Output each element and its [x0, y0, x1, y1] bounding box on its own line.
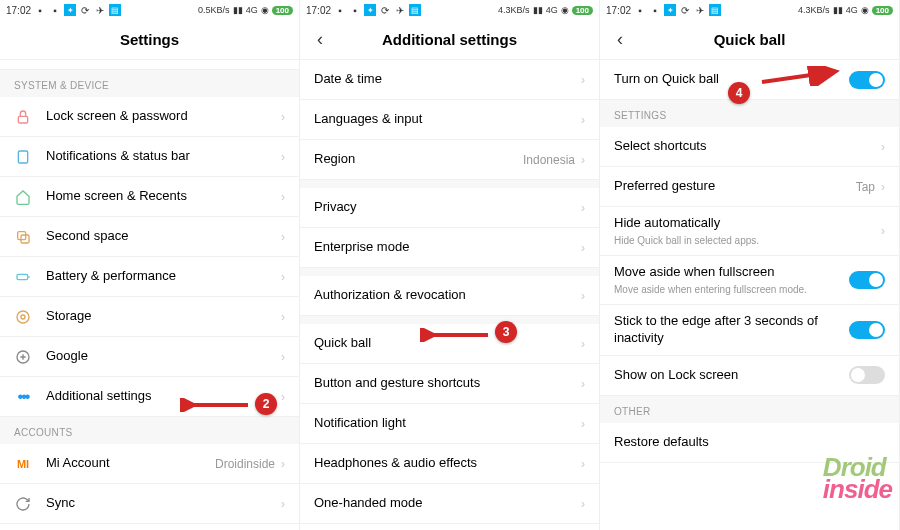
mi-icon: MI — [14, 455, 32, 473]
row-languages[interactable]: Languages & input › — [300, 100, 599, 140]
section-system-device: SYSTEM & DEVICE — [0, 70, 299, 97]
row-label: Select shortcuts — [614, 138, 881, 155]
row-one-handed[interactable]: One-handed mode › — [300, 484, 599, 524]
row-label: Lock screen & password — [46, 108, 281, 125]
additional-settings-list: Date & time › Languages & input › Region… — [300, 60, 599, 530]
row-google[interactable]: Google › — [0, 337, 299, 377]
row-select-shortcuts[interactable]: Select shortcuts › — [600, 127, 899, 167]
toggle-lockscreen[interactable] — [849, 366, 885, 384]
divider — [300, 180, 599, 188]
duplicate-icon — [14, 228, 32, 246]
status-app-icon: ✦ — [664, 4, 676, 16]
status-signal-text: 4G — [846, 5, 858, 15]
svg-rect-4 — [17, 274, 28, 279]
row-stick-to-edge[interactable]: Stick to the edge after 3 seconds of ina… — [600, 305, 899, 356]
status-plane-icon: ✈ — [394, 4, 406, 16]
status-wifi-icon: ◉ — [861, 5, 869, 15]
chevron-right-icon: › — [281, 230, 285, 244]
annotation-badge-3: 3 — [495, 321, 517, 343]
chevron-right-icon: › — [581, 73, 585, 87]
row-authorization[interactable]: Authorization & revocation › — [300, 276, 599, 316]
row-label: Region — [314, 151, 523, 168]
screen-settings: 17:02 ▪ ▪ ✦ ⟳ ✈ ▤ 0.5KB/s ▮▮ 4G ◉ 100 Se… — [0, 0, 300, 530]
row-sublabel: Move aside when entering fullscreen mode… — [614, 283, 849, 296]
status-wifi-icon: ◉ — [261, 5, 269, 15]
status-battery: 100 — [272, 6, 293, 15]
row-lock-screen[interactable]: Lock screen & password › — [0, 97, 299, 137]
row-region[interactable]: Region Indonesia › — [300, 140, 599, 180]
chevron-right-icon: › — [581, 457, 585, 471]
toggle-stick-edge[interactable] — [849, 321, 885, 339]
row-additional-settings[interactable]: ••• Additional settings › — [0, 377, 299, 417]
status-bar: 17:02 ▪ ▪ ✦ ⟳ ✈ ▤ 0.5KB/s ▮▮ 4G ◉ 100 — [0, 0, 299, 20]
toggle-move-aside[interactable] — [849, 271, 885, 289]
more-icon: ••• — [14, 388, 32, 406]
chevron-right-icon: › — [881, 140, 885, 154]
row-preferred-gesture[interactable]: Preferred gesture Tap › — [600, 167, 899, 207]
status-notif-icon: ▪ — [349, 4, 361, 16]
row-show-on-lockscreen[interactable]: Show on Lock screen — [600, 356, 899, 396]
chevron-right-icon: › — [581, 417, 585, 431]
status-signal-text: 4G — [246, 5, 258, 15]
row-second-space[interactable]: Second space › — [0, 217, 299, 257]
row-privacy[interactable]: Privacy › — [300, 188, 599, 228]
row-move-aside-fullscreen[interactable]: Move aside when fullscreen Move aside wh… — [600, 256, 899, 305]
chevron-right-icon: › — [881, 180, 885, 194]
row-label: Preferred gesture — [614, 178, 856, 195]
row-headphones[interactable]: Headphones & audio effects › — [300, 444, 599, 484]
chevron-right-icon: › — [281, 390, 285, 404]
back-button[interactable]: ‹ — [608, 28, 632, 52]
row-enterprise-mode[interactable]: Enterprise mode › — [300, 228, 599, 268]
row-label: Hide automatically — [614, 215, 881, 232]
svg-point-6 — [17, 311, 29, 323]
row-label: Stick to the edge after 3 seconds of ina… — [614, 313, 849, 347]
chevron-right-icon: › — [281, 110, 285, 124]
status-notif-icon: ▪ — [49, 4, 61, 16]
row-value: Droidinside — [215, 457, 275, 471]
row-label: Notification light — [314, 415, 581, 432]
row-label: Google — [46, 348, 281, 365]
status-bar: 17:02 ▪ ▪ ✦ ⟳ ✈ ▤ 4.3KB/s ▮▮ 4G ◉ 100 — [300, 0, 599, 20]
row-label: Enterprise mode — [314, 239, 581, 256]
chevron-right-icon: › — [581, 153, 585, 167]
status-notif-icon: ▪ — [334, 4, 346, 16]
section-other: OTHER — [600, 396, 899, 423]
row-notification-light[interactable]: Notification light › — [300, 404, 599, 444]
row-home-screen[interactable]: Home screen & Recents › — [0, 177, 299, 217]
row-date-time[interactable]: Date & time › — [300, 60, 599, 100]
partial-row — [0, 60, 299, 70]
row-label: Battery & performance — [46, 268, 281, 285]
storage-icon — [14, 308, 32, 326]
row-storage[interactable]: Storage › — [0, 297, 299, 337]
row-mi-account[interactable]: MI Mi Account Droidinside › — [0, 444, 299, 484]
settings-list: SYSTEM & DEVICE Lock screen & password ›… — [0, 60, 299, 530]
google-icon — [14, 348, 32, 366]
row-sync[interactable]: Sync › — [0, 484, 299, 524]
svg-rect-1 — [18, 151, 27, 163]
row-label: Mi Account — [46, 455, 215, 472]
row-label: Move aside when fullscreen — [614, 264, 849, 281]
status-netspeed: 4.3KB/s — [798, 5, 830, 15]
back-button[interactable]: ‹ — [308, 28, 332, 52]
screen-additional-settings: 17:02 ▪ ▪ ✦ ⟳ ✈ ▤ 4.3KB/s ▮▮ 4G ◉ 100 ‹ … — [300, 0, 600, 530]
row-label: Languages & input — [314, 111, 581, 128]
section-settings: SETTINGS — [600, 100, 899, 127]
row-label: Authorization & revocation — [314, 287, 581, 304]
chevron-right-icon: › — [281, 190, 285, 204]
row-restore-defaults[interactable]: Restore defaults — [600, 423, 899, 463]
chevron-right-icon: › — [281, 270, 285, 284]
lock-icon — [14, 108, 32, 126]
row-label: Sync — [46, 495, 281, 512]
status-app-icon: ✦ — [364, 4, 376, 16]
row-notifications[interactable]: Notifications & status bar › — [0, 137, 299, 177]
status-sync-icon: ⟳ — [79, 4, 91, 16]
row-hide-automatically[interactable]: Hide automatically Hide Quick ball in se… — [600, 207, 899, 256]
status-time: 17:02 — [306, 5, 331, 16]
row-battery[interactable]: Battery & performance › — [0, 257, 299, 297]
status-notif-icon: ▪ — [649, 4, 661, 16]
row-label: Show on Lock screen — [614, 367, 849, 384]
status-time: 17:02 — [606, 5, 631, 16]
row-button-gesture[interactable]: Button and gesture shortcuts › — [300, 364, 599, 404]
row-label: Notifications & status bar — [46, 148, 281, 165]
toggle-quick-ball[interactable] — [849, 71, 885, 89]
